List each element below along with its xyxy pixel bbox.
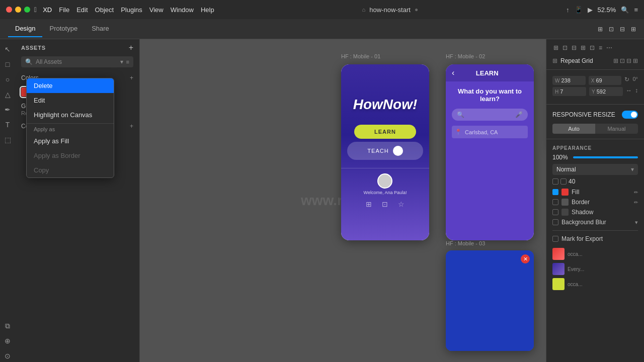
manual-tab[interactable]: Manual (595, 124, 638, 134)
x-value[interactable]: 69 (596, 77, 619, 83)
menu-edit[interactable]: Edit (76, 6, 88, 14)
list-view-icon[interactable]: ≡ (126, 59, 129, 65)
opacity-bar[interactable] (573, 156, 638, 158)
repeat-grid-label[interactable]: Repeat Grid (560, 57, 610, 64)
align-icon-3[interactable]: ⊟ (620, 26, 625, 33)
export-checkbox[interactable] (552, 236, 558, 242)
ctx-apply-fill[interactable]: Apply as Fill (27, 134, 114, 148)
preview-swatch-2[interactable] (552, 263, 565, 275)
share-icon[interactable]: ↑ (566, 6, 570, 14)
learn-button[interactable]: LEARN (354, 125, 416, 139)
nav-icon-2[interactable]: ⊡ (382, 200, 388, 208)
tab-design[interactable]: Design (8, 21, 42, 37)
blur-checkbox[interactable] (552, 178, 558, 185)
device-icon[interactable]: 📱 (575, 6, 583, 14)
add-color-button[interactable]: + (130, 74, 133, 81)
play-icon[interactable]: ▶ (588, 6, 593, 14)
search-bar[interactable]: 🔍 ▾ ≡ (21, 56, 133, 67)
tab-share[interactable]: Share (85, 21, 116, 37)
text-tool[interactable]: T (2, 119, 14, 131)
x-field[interactable]: X 69 (589, 76, 622, 85)
menu-window[interactable]: Window (171, 6, 194, 14)
location-field-02[interactable]: 📍 Carlsbad, CA (452, 126, 528, 138)
flip-h-icon[interactable]: ↔ (626, 87, 632, 96)
dropdown-arrow[interactable]: ▾ (120, 58, 123, 65)
phone-frame-02[interactable]: ‹ LEARN What do you want to learn? 🔍 🎤 📍… (446, 64, 534, 240)
blur-checkbox-2[interactable] (560, 178, 567, 185)
align-top-icon[interactable]: ⊞ (580, 43, 587, 52)
ctx-delete[interactable]: Delete (27, 78, 114, 93)
h-field[interactable]: H 7 (552, 87, 586, 96)
grid-action-3[interactable]: ⊟ (626, 57, 631, 64)
border-edit-icon[interactable]: ✏ (634, 200, 638, 205)
menu-icon[interactable]: ≡ (634, 6, 638, 14)
rotate-icon[interactable]: ↻ (624, 76, 629, 85)
menu-help[interactable]: Help (201, 6, 214, 14)
bg-blur-chevron[interactable]: ▾ (635, 219, 638, 226)
preview-swatch-3[interactable] (552, 278, 565, 290)
distribute-icon[interactable]: ⊡ (589, 43, 596, 52)
rectangle-tool[interactable]: □ (2, 58, 14, 70)
maximize-button[interactable] (24, 7, 30, 13)
more-icon[interactable]: ⋯ (605, 43, 613, 52)
search-icon[interactable]: 🔍 (621, 6, 629, 14)
align-bottom-icon[interactable]: ≡ (598, 43, 603, 52)
y-value[interactable]: 592 (597, 88, 620, 95)
plugins-icon[interactable]: ⊕ (2, 335, 14, 347)
ellipse-tool[interactable]: ○ (2, 73, 14, 85)
add-component-button[interactable]: + (130, 123, 133, 130)
align-icon-1[interactable]: ⊞ (598, 26, 603, 33)
preview-swatch-1[interactable] (552, 248, 565, 260)
blur-value[interactable]: 40 (569, 178, 575, 185)
back-icon-02[interactable]: ‹ (452, 68, 454, 77)
ctx-highlight[interactable]: Highlight on Canvas (27, 108, 114, 122)
align-icon-2[interactable]: ⊡ (609, 26, 614, 33)
fill-edit-icon[interactable]: ✏ (634, 190, 638, 195)
auto-tab[interactable]: Auto (552, 124, 595, 134)
minimize-button[interactable] (15, 7, 21, 13)
add-asset-button[interactable]: + (129, 43, 133, 52)
blend-chevron[interactable]: ▾ (631, 166, 634, 173)
responsive-toggle[interactable] (622, 111, 638, 119)
phone-frame-01[interactable]: HowNow! LEARN TEACH Welcome, Ana Paula! … (341, 64, 429, 240)
grid-action-1[interactable]: ⊞ (613, 57, 618, 64)
phone-frame-03[interactable]: ✕ (446, 250, 534, 351)
menu-file[interactable]: File (59, 6, 69, 14)
fill-checkbox[interactable] (552, 189, 558, 195)
shadow-checkbox[interactable] (552, 209, 558, 215)
w-value[interactable]: 238 (561, 77, 583, 83)
pen-tool[interactable]: ✒ (2, 104, 14, 116)
close-button-03[interactable]: ✕ (521, 254, 530, 263)
search-field-02[interactable]: 🔍 🎤 (452, 109, 528, 121)
opacity-value[interactable]: 100% (552, 154, 570, 161)
menu-view[interactable]: View (149, 6, 164, 14)
mic-icon-02[interactable]: 🎤 (515, 111, 523, 118)
align-center-icon[interactable]: ⊡ (561, 43, 569, 52)
bg-blur-checkbox[interactable] (552, 219, 558, 225)
nav-icon-1[interactable]: ⊞ (366, 200, 372, 208)
menu-plugins[interactable]: Plugins (121, 6, 142, 14)
border-color-swatch[interactable] (561, 199, 569, 206)
grid-action-4[interactable]: ⊞ (633, 57, 638, 64)
menu-object[interactable]: Object (95, 6, 114, 14)
ctx-edit[interactable]: Edit (27, 93, 114, 108)
home-icon[interactable]: ⌂ (362, 7, 366, 13)
shadow-color-swatch[interactable] (561, 209, 569, 216)
align-left-icon[interactable]: ⊞ (552, 43, 559, 52)
align-icon-4[interactable]: ⊞ (631, 26, 636, 33)
zoom-value[interactable]: 52.5% (598, 6, 616, 14)
polygon-tool[interactable]: △ (2, 88, 14, 101)
artboard-tool[interactable]: ⬚ (2, 134, 14, 146)
menu-xd[interactable]: XD (43, 6, 52, 14)
grid-action-2[interactable]: ⊡ (620, 57, 625, 64)
align-right-icon[interactable]: ⊟ (571, 43, 578, 52)
layers-icon[interactable]: ⧉ (2, 320, 14, 332)
nav-icon-3[interactable]: ☆ (398, 200, 405, 208)
y-field[interactable]: Y 592 (589, 87, 623, 96)
close-button[interactable] (6, 7, 12, 13)
flip-v-icon[interactable]: ↕ (635, 87, 638, 96)
teach-button[interactable]: TEACH (347, 142, 423, 160)
fill-color-swatch[interactable] (561, 189, 569, 196)
canvas-area[interactable]: www.rrcg.cn HF : Mobile - 01 HowNow! LEA… (140, 39, 546, 362)
h-value[interactable]: 7 (560, 88, 584, 95)
